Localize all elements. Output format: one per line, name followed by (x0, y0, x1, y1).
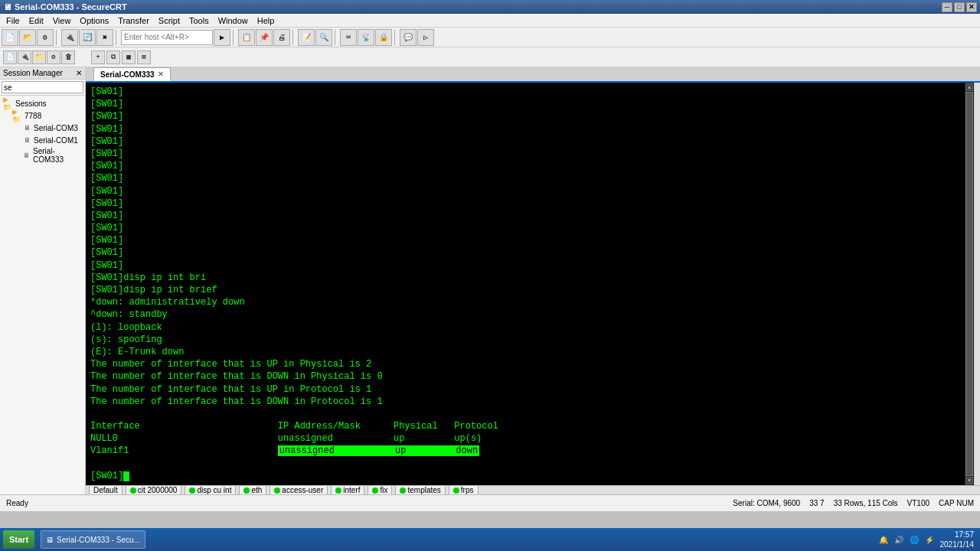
xmodem-button[interactable]: 📡 (358, 29, 374, 46)
scroll-down-button[interactable]: ▼ (965, 477, 973, 484)
maximize-button[interactable]: □ (954, 2, 965, 12)
terminal-wrapper: Serial-COM333 ✕ [SW01] [SW01] [SW01] [SW… (86, 67, 980, 494)
new-session-button[interactable]: 📄 (2, 29, 18, 46)
term-new-button[interactable]: + (91, 51, 105, 64)
tree-serial-com3[interactable]: 🖥 Serial-COM3 (20, 122, 83, 134)
session-search-input[interactable] (2, 81, 83, 93)
clock-time: 17:57 (940, 530, 975, 540)
btab-fix-dot (372, 487, 378, 494)
btab-interf-label: interf (343, 486, 360, 494)
close-button[interactable]: ✕ (966, 2, 977, 12)
term-line-28: Interface IP Address/Mask Physical Proto… (90, 420, 960, 432)
taskbar-securecrt[interactable]: 🖥 Serial-COM333 - Secu... (41, 530, 145, 549)
tab-label-serial-com333: Serial-COM333 (100, 70, 155, 79)
address-input[interactable] (121, 30, 213, 45)
btab-disp-label: disp cu int (197, 486, 231, 494)
key-map-button[interactable]: ⌨ (340, 29, 357, 46)
menu-view[interactable]: View (48, 15, 76, 26)
chat-button[interactable]: 💬 (400, 29, 416, 46)
clock: 17:57 2021/1/14 (940, 530, 975, 549)
right-resize-panel (974, 83, 980, 485)
reconnect-button[interactable]: 🔄 (79, 29, 96, 46)
tree-7788-label: 7788 (24, 112, 41, 120)
term-clone-button[interactable]: ⧉ (106, 51, 120, 64)
term-line-5: [SW01] (90, 135, 960, 148)
tab-serial-com333[interactable]: Serial-COM333 ✕ (93, 67, 171, 81)
status-serial: Serial: COM4, 9600 (733, 499, 800, 507)
cursor (123, 471, 129, 481)
term-line-10: [SW01] (90, 197, 960, 210)
sm-properties-button[interactable]: ⚙ (47, 51, 60, 64)
menu-help[interactable]: Help (253, 15, 279, 26)
term-line-1: [SW01] (90, 86, 960, 98)
menu-edit[interactable]: Edit (24, 15, 48, 26)
btab-default[interactable]: Default (89, 485, 122, 494)
sm-new-button[interactable]: 📄 (3, 51, 17, 64)
start-button[interactable]: Start (3, 530, 34, 549)
term-tile-button[interactable]: ▦ (122, 51, 136, 64)
sftp-button[interactable]: 🔒 (375, 29, 392, 46)
btab-cit-dot (130, 487, 136, 494)
term-line-22: (E): E-Trunk down (90, 346, 960, 358)
btab-cit-label: cit 2000000 (138, 486, 178, 494)
term-split-button[interactable]: ⊞ (137, 51, 151, 64)
btab-cit[interactable]: cit 2000000 (126, 485, 182, 494)
script-button[interactable]: ▷ (417, 29, 434, 46)
btab-fix[interactable]: fix (368, 485, 392, 494)
print-button[interactable]: 🖨 (273, 29, 290, 46)
menu-transfer[interactable]: Transfer (113, 15, 154, 26)
menu-tools[interactable]: Tools (185, 15, 214, 26)
go-button[interactable]: ▶ (214, 29, 230, 46)
menu-file[interactable]: File (2, 15, 24, 26)
sm-folder-button[interactable]: 📁 (32, 51, 46, 64)
status-rows-cols: 33 Rows, 115 Cols (834, 499, 898, 507)
btab-access[interactable]: access-user (270, 485, 328, 494)
separator-5 (335, 30, 338, 45)
tab-close-button[interactable]: ✕ (158, 70, 164, 78)
folder-icon: ▶📁 (3, 98, 14, 109)
minimize-button[interactable]: ─ (942, 2, 952, 12)
disconnect-button[interactable]: ✖ (96, 29, 113, 46)
sm-delete-button[interactable]: 🗑 (61, 51, 75, 64)
btab-disp[interactable]: disp cu int (185, 485, 236, 494)
btab-interf[interactable]: interf (331, 485, 364, 494)
scroll-up-button[interactable]: ▲ (965, 83, 973, 91)
menu-window[interactable]: Window (214, 15, 253, 26)
sm-connect-button[interactable]: 🔌 (18, 51, 31, 64)
btab-eth[interactable]: eth (239, 485, 266, 494)
btab-frps[interactable]: frps (449, 485, 479, 494)
menu-script[interactable]: Script (154, 15, 185, 26)
menu-options[interactable]: Options (75, 15, 113, 26)
copy-button[interactable]: 📋 (238, 29, 255, 46)
computer-icon-3: 🖥 (21, 150, 31, 161)
terminal-container: [SW01] [SW01] [SW01] [SW01] [SW01] [SW01… (86, 83, 980, 485)
tree-serial-com1-label: Serial-COM1 (34, 136, 78, 145)
term-line-9: [SW01] (90, 185, 960, 197)
btab-templates[interactable]: templates (395, 485, 445, 494)
tree-serial-com1[interactable]: 🖥 Serial-COM1 (20, 134, 83, 146)
logfile-button[interactable]: 📝 (298, 29, 315, 46)
window-controls[interactable]: ─ □ ✕ (942, 2, 977, 12)
tree-serial-com333[interactable]: 🖥 Serial-COM333 (20, 146, 83, 165)
term-line-15: [SW01] (90, 259, 960, 272)
session-panel-close[interactable]: ✕ (76, 69, 82, 77)
taskbar-label: Serial-COM333 - Secu... (57, 536, 140, 544)
connect-button[interactable]: 🔌 (61, 29, 78, 46)
terminal[interactable]: [SW01] [SW01] [SW01] [SW01] [SW01] [SW01… (86, 83, 965, 485)
tree-7788-folder[interactable]: ▶📁 7788 (11, 109, 83, 122)
separator-1 (56, 30, 59, 45)
open-button[interactable]: 📂 (19, 29, 36, 46)
scroll-thumb[interactable] (965, 92, 973, 476)
terminal-scrollbar[interactable]: ▲ ▼ (965, 83, 974, 485)
paste-button[interactable]: 📌 (256, 29, 273, 46)
btab-fix-label: fix (380, 486, 387, 494)
session-panel-header: Session Manager ✕ (0, 67, 85, 80)
find-button[interactable]: 🔍 (315, 29, 332, 46)
term-line-24: The number of interface that is DOWN in … (90, 370, 960, 383)
taskbar: Start 🖥 Serial-COM333 - Secu... 🔔 🔊 🌐 ⚡ … (0, 528, 980, 551)
properties-button[interactable]: ⚙ (37, 29, 54, 46)
term-prompt-line: [SW01] (90, 470, 960, 482)
menu-bar: File Edit View Options Transfer Script T… (0, 14, 980, 28)
main-area: Session Manager ✕ ▶📁 Sessions ▶📁 7788 🖥 … (0, 67, 980, 494)
tree-serial-com3-label: Serial-COM3 (34, 124, 78, 132)
